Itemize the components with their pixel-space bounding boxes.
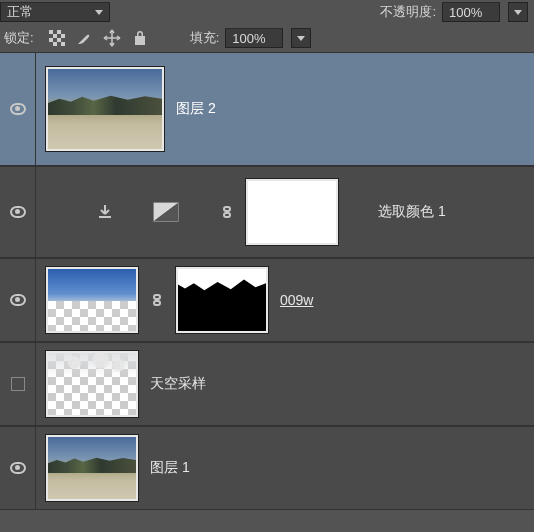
visibility-toggle[interactable] xyxy=(0,343,36,425)
visibility-toggle[interactable] xyxy=(0,427,36,509)
layers-panel: 图层 2 选取颜色 1 xyxy=(0,52,534,510)
layer-thumbnail[interactable] xyxy=(46,435,138,501)
fill-label: 填充: xyxy=(190,29,220,47)
blend-mode-value: 正常 xyxy=(7,3,33,21)
lock-row: 锁定: 填充: 100% xyxy=(0,24,534,52)
layer-row[interactable]: 选取颜色 1 xyxy=(0,166,534,258)
layer-row[interactable]: 图层 2 xyxy=(0,52,534,166)
clipping-arrow-icon xyxy=(98,205,112,219)
layer-name[interactable]: 图层 2 xyxy=(176,100,216,118)
chevron-down-icon xyxy=(514,10,522,15)
lock-pixels-icon[interactable] xyxy=(75,29,93,47)
layer-mask-thumbnail[interactable] xyxy=(246,179,338,245)
eye-icon xyxy=(10,103,26,115)
lock-transparency-icon[interactable] xyxy=(49,30,65,46)
layer-name[interactable]: 009w xyxy=(280,292,313,308)
layer-name[interactable]: 选取颜色 1 xyxy=(378,203,446,221)
opacity-stepper[interactable] xyxy=(508,2,528,22)
layer-mask-thumbnail[interactable] xyxy=(176,267,268,333)
opacity-label: 不透明度: xyxy=(380,3,436,21)
link-icon xyxy=(220,203,234,221)
blend-row: 正常 不透明度: 100% xyxy=(0,0,534,24)
layer-name[interactable]: 天空采样 xyxy=(150,375,206,393)
chevron-down-icon xyxy=(297,36,305,41)
eye-icon xyxy=(10,462,26,474)
opacity-field[interactable]: 100% xyxy=(442,2,500,22)
lock-position-icon[interactable] xyxy=(103,29,121,47)
visibility-toggle[interactable] xyxy=(0,259,36,341)
eye-icon xyxy=(10,206,26,218)
fill-field[interactable]: 100% xyxy=(225,28,283,48)
layer-name[interactable]: 图层 1 xyxy=(150,459,190,477)
layer-row[interactable]: 009w xyxy=(0,258,534,342)
visibility-toggle[interactable] xyxy=(0,167,36,257)
fill-stepper[interactable] xyxy=(291,28,311,48)
layer-thumbnail[interactable] xyxy=(46,351,138,417)
lock-label: 锁定: xyxy=(4,29,34,47)
layer-thumbnail[interactable] xyxy=(46,67,164,151)
visibility-toggle[interactable] xyxy=(0,53,36,165)
layer-row[interactable]: 图层 1 xyxy=(0,426,534,510)
layer-row[interactable]: 天空采样 xyxy=(0,342,534,426)
blend-mode-dropdown[interactable]: 正常 xyxy=(0,2,110,22)
opacity-value: 100% xyxy=(449,5,482,20)
adjustment-selective-color-icon xyxy=(152,202,180,222)
eye-icon xyxy=(10,294,26,306)
link-icon xyxy=(150,291,164,309)
layer-thumbnail[interactable] xyxy=(46,267,138,333)
lock-all-icon[interactable] xyxy=(131,29,149,47)
chevron-down-icon xyxy=(95,10,103,15)
visibility-off-icon xyxy=(11,377,25,391)
fill-value: 100% xyxy=(232,31,265,46)
